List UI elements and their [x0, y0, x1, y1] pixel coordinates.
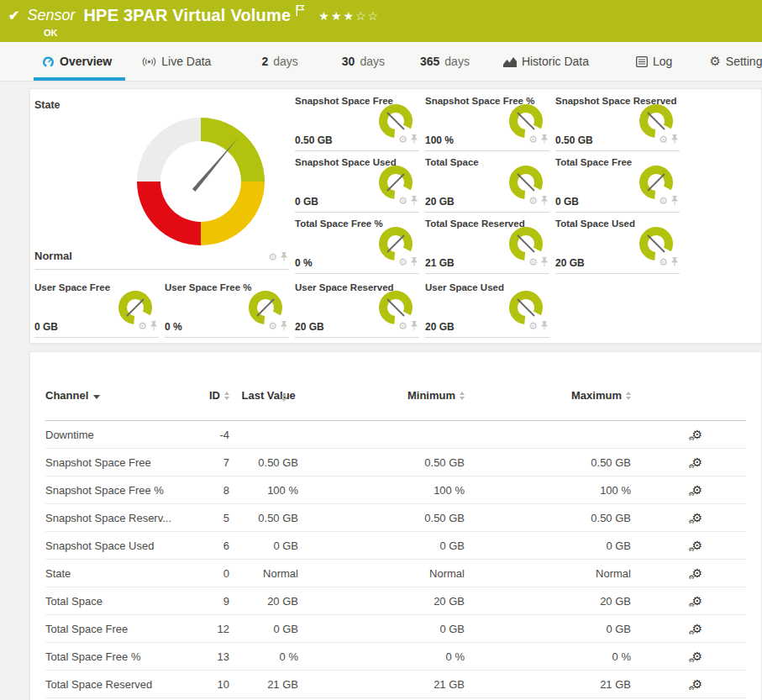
gear-icon[interactable]: ⚙: [138, 321, 147, 331]
gauge-panel: User Space Free % 0 % ⚙: [165, 282, 289, 338]
pin-icon[interactable]: [411, 255, 418, 270]
column-header-channel[interactable]: Channel: [45, 389, 205, 402]
channel-name[interactable]: Total Space Reserved: [45, 678, 205, 691]
gear-icon[interactable]: ⚙: [398, 257, 407, 267]
pin-icon[interactable]: [541, 255, 548, 270]
column-header-id[interactable]: ID: [205, 389, 229, 402]
table-row[interactable]: State 0 Normal Normal Normal ⚙⚙: [45, 560, 746, 587]
gauge-value: 20 GB: [425, 321, 455, 333]
gauge-panel: User Space Reserved 20 GB ⚙: [295, 282, 419, 338]
pin-icon[interactable]: [281, 250, 287, 265]
gear-icon[interactable]: ⚙: [528, 134, 538, 145]
channel-id: 8: [205, 484, 229, 497]
channel-name[interactable]: Downtime: [45, 429, 205, 441]
channel-minimum: 0 %: [298, 650, 465, 663]
gear-icon[interactable]: ⚙: [398, 134, 407, 145]
channel-settings-icon[interactable]: ⚙⚙: [691, 456, 702, 468]
priority-flag-icon[interactable]: [296, 4, 305, 20]
column-header-last-value[interactable]: Last Value: [229, 389, 298, 402]
pin-icon[interactable]: [150, 318, 157, 334]
tab-365-days[interactable]: 365 days: [420, 42, 470, 81]
channel-name[interactable]: Snapshot Space Free: [45, 456, 205, 469]
pin-icon[interactable]: [411, 318, 418, 334]
channel-last-value: Normal: [229, 567, 298, 580]
channel-last-value: 0.50 GB: [229, 512, 298, 524]
pin-icon[interactable]: [671, 193, 678, 208]
gauge-value: 100 %: [425, 134, 454, 146]
gear-icon: ⚙: [709, 54, 720, 69]
pin-icon[interactable]: [541, 318, 548, 334]
table-row[interactable]: Total Space 9 20 GB 20 GB 20 GB ⚙⚙: [45, 587, 746, 615]
column-header-minimum[interactable]: Minimum: [298, 389, 465, 402]
table-row[interactable]: Total Space Free % 13 0 % 0 % 0 % ⚙⚙: [45, 643, 746, 671]
gauge-value: 20 GB: [295, 321, 324, 333]
tab-live-data[interactable]: Live Data: [142, 42, 211, 81]
priority-stars[interactable]: ★★★☆☆: [318, 9, 380, 23]
gauge-value: 21 GB: [425, 257, 455, 269]
table-row[interactable]: Total Space Free 12 0 GB 0 GB 0 GB ⚙⚙: [45, 615, 746, 643]
channel-minimum: 0 GB: [298, 623, 465, 635]
channel-settings-icon[interactable]: ⚙⚙: [691, 650, 702, 662]
column-label: ID: [209, 389, 220, 402]
pin-icon[interactable]: [281, 318, 287, 334]
channel-last-value: 100 %: [229, 484, 298, 497]
state-gauge-dial: [137, 118, 265, 245]
sort-icon: [281, 393, 286, 402]
column-label: Last Value: [242, 389, 277, 402]
channel-name[interactable]: State: [45, 567, 205, 580]
column-header-maximum[interactable]: Maximum: [465, 389, 631, 402]
pin-icon[interactable]: [671, 132, 678, 147]
tab-overview[interactable]: Overview: [42, 42, 112, 81]
pin-icon[interactable]: [541, 132, 548, 147]
tab-historic-data[interactable]: Historic Data: [503, 42, 589, 81]
gear-icon[interactable]: ⚙: [398, 196, 407, 206]
tab-settings[interactable]: ⚙ Settings: [709, 42, 762, 81]
gear-icon[interactable]: ⚙: [659, 196, 668, 206]
channel-id: -4: [205, 429, 229, 441]
channel-last-value: 0 GB: [229, 539, 298, 552]
pin-icon[interactable]: [541, 193, 548, 208]
table-row[interactable]: Downtime -4 ⚙⚙: [45, 421, 746, 449]
gear-icon[interactable]: ⚙: [659, 134, 668, 145]
channel-settings-icon[interactable]: ⚙⚙: [691, 539, 702, 551]
tab-2-days[interactable]: 2 days: [261, 42, 297, 81]
channel-maximum: Normal: [465, 567, 631, 580]
channel-settings-icon[interactable]: ⚙⚙: [691, 595, 702, 607]
gear-icon[interactable]: ⚙: [528, 257, 538, 267]
pin-icon[interactable]: [671, 255, 678, 270]
channel-settings-icon[interactable]: ⚙⚙: [691, 623, 702, 634]
table-row[interactable]: Snapshot Space Reserv... 5 0.50 GB 0.50 …: [45, 504, 746, 532]
gear-icon[interactable]: ⚙: [659, 257, 668, 267]
channel-id: 7: [205, 456, 229, 469]
tab-30-days[interactable]: 30 days: [342, 42, 385, 81]
channel-minimum: 100 %: [298, 484, 465, 497]
channel-name[interactable]: Snapshot Space Reserv...: [45, 512, 205, 524]
table-row[interactable]: Snapshot Space Used 6 0 GB 0 GB 0 GB ⚙⚙: [45, 532, 746, 560]
table-row[interactable]: Snapshot Space Free 7 0.50 GB 0.50 GB 0.…: [45, 449, 746, 476]
tab-bar: Overview Live Data 2 days 30 days 365 da…: [0, 42, 762, 82]
channel-settings-icon[interactable]: ⚙⚙: [691, 429, 702, 440]
channel-settings-icon[interactable]: ⚙⚙: [691, 567, 702, 579]
pin-icon[interactable]: [411, 132, 418, 147]
channel-name[interactable]: Total Space: [45, 595, 205, 608]
channel-name[interactable]: Snapshot Space Free %: [45, 484, 205, 497]
channel-settings-icon[interactable]: ⚙⚙: [691, 484, 702, 496]
channel-name[interactable]: Snapshot Space Used: [45, 539, 205, 552]
gear-icon[interactable]: ⚙: [268, 252, 277, 262]
channel-settings-icon[interactable]: ⚙⚙: [691, 512, 702, 524]
channel-name[interactable]: Total Space Free %: [45, 650, 205, 663]
pin-icon[interactable]: [411, 193, 418, 208]
table-row[interactable]: Snapshot Space Free % 8 100 % 100 % 100 …: [45, 476, 746, 504]
gear-icon[interactable]: ⚙: [528, 321, 538, 331]
table-row[interactable]: Total Space Reserved 10 21 GB 21 GB 21 G…: [45, 671, 746, 698]
channel-id: 13: [205, 650, 229, 663]
gear-icon[interactable]: ⚙: [528, 196, 538, 206]
channel-maximum: 0 %: [465, 650, 631, 663]
tab-log[interactable]: Log: [636, 42, 672, 81]
gauge-icon: [42, 55, 55, 68]
gear-icon[interactable]: ⚙: [398, 321, 407, 331]
channel-settings-icon[interactable]: ⚙⚙: [691, 678, 702, 690]
channel-name[interactable]: Total Space Free: [45, 623, 205, 635]
column-label: Minimum: [407, 389, 455, 402]
gear-icon[interactable]: ⚙: [268, 321, 277, 331]
